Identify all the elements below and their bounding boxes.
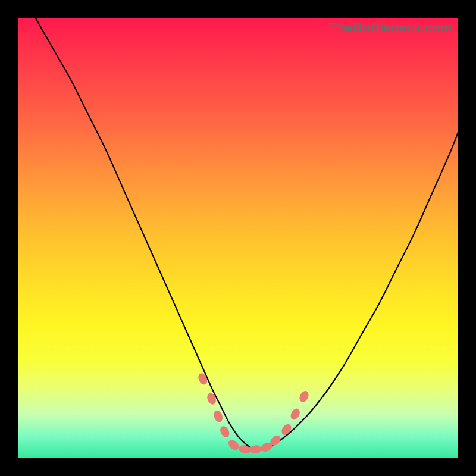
outer-frame: TheBottleneck.com bbox=[0, 0, 476, 476]
chart-svg bbox=[18, 18, 458, 458]
plot-area: TheBottleneck.com bbox=[18, 18, 458, 458]
bottleneck-curve bbox=[36, 18, 458, 450]
curve-marker bbox=[218, 425, 231, 439]
curve-marker bbox=[227, 438, 241, 452]
curve-marker bbox=[249, 444, 262, 454]
curve-marker bbox=[298, 389, 310, 403]
curve-marker bbox=[206, 392, 218, 406]
curve-marker bbox=[289, 407, 301, 421]
curve-marker bbox=[212, 409, 224, 424]
curve-marker bbox=[238, 444, 251, 455]
marker-layer bbox=[197, 372, 311, 455]
